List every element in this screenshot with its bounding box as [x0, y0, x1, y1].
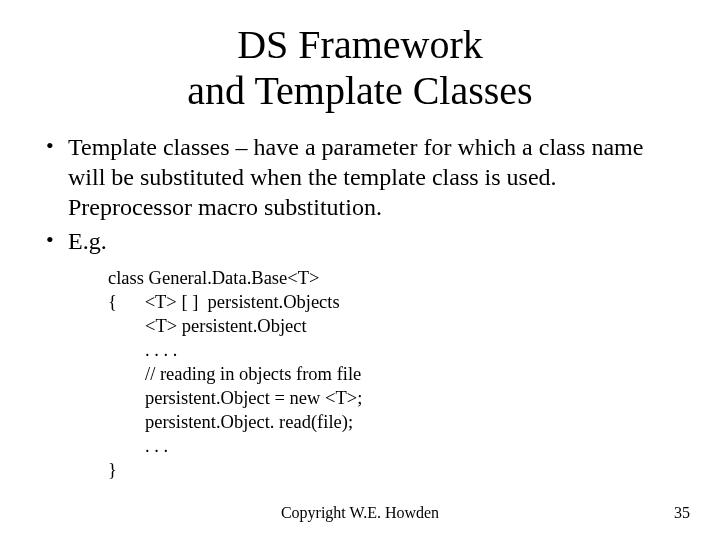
code-block: class General.Data.Base<T> { <T> [ ] per… — [40, 260, 680, 482]
bullet-text: E.g. — [68, 228, 107, 254]
slide-title: DS Framework and Template Classes — [0, 0, 720, 114]
slide-body: Template classes – have a parameter for … — [0, 114, 720, 482]
bullet-item: E.g. — [40, 226, 680, 256]
title-line-1: DS Framework — [237, 22, 483, 67]
title-line-2: and Template Classes — [187, 68, 532, 113]
footer-copyright: Copyright W.E. Howden — [0, 504, 720, 522]
bullet-list: Template classes – have a parameter for … — [40, 132, 680, 256]
bullet-text: Template classes – have a parameter for … — [68, 134, 643, 220]
bullet-item: Template classes – have a parameter for … — [40, 132, 680, 222]
page-number: 35 — [674, 504, 690, 522]
slide: DS Framework and Template Classes Templa… — [0, 0, 720, 540]
